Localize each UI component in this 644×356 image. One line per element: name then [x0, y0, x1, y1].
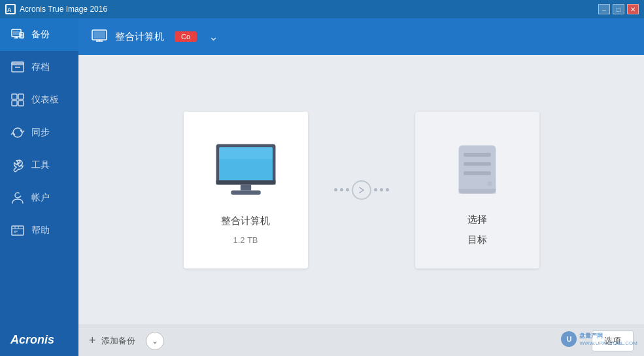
svg-rect-3	[13, 31, 20, 35]
maximize-button[interactable]: □	[613, 4, 624, 14]
svg-rect-36	[464, 152, 491, 156]
sidebar-item-archive[interactable]: 存档	[0, 51, 78, 84]
arrow-dot-1	[334, 188, 337, 191]
sidebar-item-dashboard[interactable]: 仪表板	[0, 84, 78, 116]
app-title: Acronis True Image 2016	[20, 5, 107, 14]
svg-rect-31	[240, 184, 250, 190]
add-backup-button[interactable]: 添加备份	[101, 335, 135, 347]
arrow-dot-4	[374, 188, 377, 191]
main-panel: 整合计算机 1.2 TB	[78, 55, 644, 325]
sidebar-nav: 备份 存档	[0, 18, 78, 247]
source-card-icon-area	[207, 135, 285, 207]
title-bar: A Acronis True Image 2016 – □ ✕	[0, 0, 644, 18]
window-controls: – □ ✕	[598, 4, 639, 14]
topbar-chevron-icon[interactable]: ⌄	[209, 29, 218, 44]
sidebar-item-backup[interactable]: 备份	[0, 18, 78, 51]
svg-rect-33	[219, 147, 273, 159]
source-card-label: 整合计算机	[221, 215, 270, 227]
topbar-badge: Co	[175, 31, 197, 42]
sidebar-item-sync[interactable]: 同步	[0, 116, 78, 149]
sync-icon	[10, 125, 25, 140]
backup-icon	[10, 27, 25, 42]
app-body: 备份 存档	[0, 18, 644, 356]
watermark-logo: U	[561, 331, 577, 347]
content-area: 整合计算机 Co ⌄	[78, 18, 644, 356]
svg-rect-19	[12, 226, 24, 235]
svg-rect-35	[458, 145, 496, 193]
target-card[interactable]: 选择 目标	[415, 112, 539, 268]
drive-illustration	[451, 140, 503, 199]
sidebar-item-tools[interactable]: 工具	[0, 149, 78, 182]
target-card-label-line2: 目标	[467, 234, 487, 246]
bottom-left: + 添加备份 ⌄	[78, 332, 164, 350]
svg-rect-15	[18, 101, 24, 106]
arrow-circle-icon	[352, 180, 371, 200]
sidebar-item-account[interactable]: + 帐户	[0, 182, 78, 214]
svg-rect-38	[464, 171, 491, 175]
dashboard-icon	[10, 93, 25, 107]
archive-label: 存档	[31, 61, 50, 73]
source-card[interactable]: 整合计算机 1.2 TB	[184, 112, 308, 268]
bottom-bar: + 添加备份 ⌄ 选项	[78, 325, 644, 356]
archive-icon	[10, 60, 25, 74]
dashboard-label: 仪表板	[31, 94, 59, 106]
help-icon	[10, 223, 25, 238]
sync-label: 同步	[31, 127, 50, 138]
monitor-illustration	[213, 142, 279, 201]
arrow-dot-5	[380, 188, 383, 191]
svg-rect-32	[231, 190, 260, 194]
target-card-label-line1: 选择	[467, 214, 487, 226]
minimize-button[interactable]: –	[598, 4, 610, 14]
arrow-dot-6	[386, 188, 389, 191]
close-button[interactable]: ✕	[627, 4, 639, 14]
tools-icon	[10, 158, 25, 172]
watermark: U 盘量产网 WWW.UPANTOOL.COM	[561, 331, 637, 347]
add-icon: +	[89, 334, 96, 348]
app-icon: A	[5, 4, 16, 14]
topbar-title: 整合计算机	[115, 31, 164, 43]
target-card-icon-area	[438, 134, 517, 206]
sidebar: 备份 存档	[0, 18, 78, 356]
svg-point-39	[487, 181, 492, 186]
topbar-monitor-icon	[92, 29, 107, 44]
sidebar-logo: Acronis	[0, 324, 78, 356]
svg-rect-13	[18, 94, 24, 99]
account-label: 帐户	[31, 192, 50, 204]
help-label: 帮助	[31, 225, 50, 236]
svg-rect-6	[20, 33, 24, 38]
top-bar: 整合计算机 Co ⌄	[78, 18, 644, 55]
add-backup-chevron-button[interactable]: ⌄	[146, 332, 164, 350]
backup-label: 备份	[31, 29, 50, 40]
tools-label: 工具	[31, 159, 50, 171]
title-bar-left: A Acronis True Image 2016	[5, 4, 107, 14]
svg-rect-14	[12, 101, 17, 106]
source-card-sublabel: 1.2 TB	[233, 235, 258, 245]
svg-text:+: +	[20, 194, 22, 198]
svg-rect-40	[458, 188, 496, 193]
sidebar-item-help[interactable]: 帮助	[0, 214, 78, 247]
svg-rect-26	[93, 31, 105, 39]
arrow-dot-3	[346, 188, 349, 191]
arrow-connector	[334, 180, 389, 200]
svg-rect-37	[464, 162, 491, 166]
svg-rect-34	[216, 180, 275, 184]
arrow-dot-2	[340, 188, 343, 191]
account-icon: +	[10, 191, 25, 205]
svg-rect-12	[12, 94, 17, 99]
watermark-text: 盘量产网 WWW.UPANTOOL.COM	[579, 332, 637, 346]
svg-text:A: A	[7, 7, 12, 13]
